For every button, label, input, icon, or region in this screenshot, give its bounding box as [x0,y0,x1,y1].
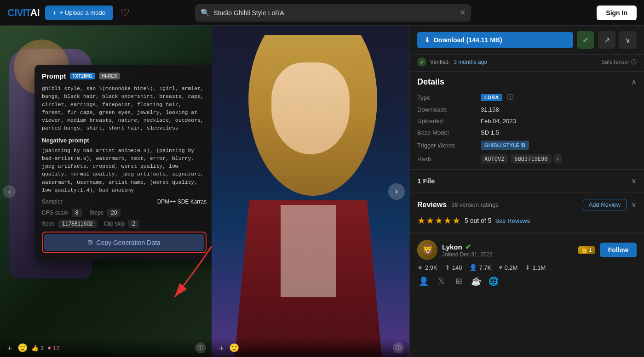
trigger-words-value: GHIBLI STYLE ⧉ [481,141,637,150]
popup-title: Prompt [42,72,66,80]
sign-in-button[interactable]: Sign In [597,6,637,20]
reviews-header: Reviews 38 version ratings Add Review ∨ [417,199,637,210]
type-label: Type [417,94,477,101]
stat-rating: ★ 2.9K [417,264,437,271]
clear-icon[interactable]: ✕ [460,8,466,17]
emoji-button-mid[interactable]: 🙂 [229,343,239,353]
add-review-button[interactable]: Add Review [583,199,627,210]
char-shirt-decor [281,205,336,297]
details-header: Details ∧ [417,77,637,87]
left-image-panel: ‹ › Prompt TXT2IMG HI-RES ghibli style, … [0,26,212,357]
add-button[interactable]: ＋ [6,342,14,353]
verified-label: Verified: [430,59,450,65]
right-image-bg [212,26,409,357]
download-button[interactable]: ⬇ Download (144.11 MB) [417,32,573,48]
copy-small-icon: ⧉ [521,142,525,148]
emoji-button[interactable]: 🙂 [17,343,28,353]
prev-image-button[interactable]: ‹ [3,185,16,198]
twitter-icon[interactable]: 𝕏 [435,275,448,288]
more-button[interactable]: ∨ [619,31,637,49]
plus-icon: ＋ [52,9,58,17]
heart-icon[interactable]: ♡ [121,7,130,19]
copy-icon: ⧉ [88,238,92,246]
users-icon: 👤 [469,264,477,271]
top-navigation: CIVITAI ＋ + Upload a model ♡ 🔍 ✕ Sign In [0,0,644,26]
clip-value: 2 [128,220,139,228]
seed-param: Seed 1178811602 [42,220,97,228]
safetensor-label: SafeTensor ⓘ [601,58,637,66]
mid-bottom-bar: ＋ 🙂 ⓘ [212,339,409,357]
stat-likes: ♥ 0.2M [499,264,518,271]
heart-icon-small: ♥ [47,345,51,351]
seed-value: 1178811602 [58,220,97,228]
download-stats-icon: ⬇ [525,264,530,271]
check-icon: ✔ [582,35,589,45]
cfg-label: CFG scale [42,210,68,216]
stars-display: ★★★★★ [417,215,461,226]
author-stats: ★ 2.9K ⬆ 140 👤 7.7K ♥ 0.2M ⬇ 1.1M [417,264,637,271]
search-input[interactable] [213,9,456,17]
clip-label: Clip skip [104,221,125,227]
details-grid: Type LORA ⓘ Downloads 31,158 Uploaded Fe… [417,93,637,164]
downloads-label: Downloads [417,106,477,113]
coffee-icon[interactable]: ☕ [470,275,483,288]
params-row: CFG scale 8 Steps 20 [42,209,207,217]
next-image-button-mid[interactable]: › [388,183,405,200]
heart-stats-icon: ♥ [499,264,502,271]
see-reviews-link[interactable]: See Reviews [495,217,530,224]
stars-row: ★★★★★ 5 out of 5 See Reviews [417,215,637,226]
cfg-value: 8 [72,209,82,217]
ghibli-style-badge[interactable]: GHIBLI STYLE ⧉ [481,141,529,150]
stat-uploads: ⬆ 140 [445,264,462,271]
hires-badge: HI-RES [99,73,120,79]
verified-link[interactable]: 3 months ago [454,59,487,65]
steps-value: 20 [107,209,121,217]
follow-button[interactable]: Follow [600,243,637,257]
like-count: 👍 2 [31,345,44,351]
sampler-label: Sampler [42,198,63,205]
chart-button[interactable]: ↗ [598,31,615,49]
clip-param: Clip skip 2 [104,220,139,228]
user-profile-icon[interactable]: 👤 [417,275,430,288]
file-chevron-icon[interactable]: ∨ [631,176,637,185]
website-icon[interactable]: 🌐 [487,275,500,288]
type-value-row: LORA ⓘ [481,93,637,102]
author-info: Lykon ✔ Joined Dec 31, 2022 [442,243,574,258]
author-row: 🦁 Lykon ✔ Joined Dec 31, 2022 👑 1 Follow [417,240,637,260]
info-button[interactable]: ⓘ [195,342,206,353]
sampler-value: DPM++ SDE Karras [157,198,207,205]
upload-button[interactable]: ＋ + Upload a model [45,6,113,20]
verified-action-button[interactable]: ✔ [577,31,594,49]
negative-prompt-label: Negative prompt [42,137,207,144]
reviews-count: 38 version ratings [451,201,499,208]
verified-row: ✔ Verified: 3 months ago SafeTensor ⓘ [410,55,644,71]
star-icon: ★ [417,264,423,271]
stat-downloads: ⬇ 1.1M [525,264,546,271]
author-joined: Joined Dec 31, 2022 [442,251,574,258]
heart-count: ♥ 12 [47,345,59,351]
steps-label: Steps [89,210,104,216]
download-icon: ⬇ [425,36,430,44]
uploaded-label: Uploaded [417,118,477,125]
reviews-chevron-icon[interactable]: ∨ [631,200,637,209]
copy-generation-data-button[interactable]: ⧉ Copy Generation Data [44,234,204,251]
crown-badge: 👑 1 [578,246,595,254]
hash-more-button[interactable]: › [554,154,562,164]
details-section: Details ∧ Type LORA ⓘ Downloads 31,158 U… [410,72,644,170]
txt2img-badge: TXT2IMG [70,73,95,79]
author-name-row: Lykon ✔ [442,243,574,251]
seed-row: Seed 1178811602 Clip skip 2 [42,220,207,228]
lora-badge: LORA [481,94,502,101]
chart-icon: ↗ [604,36,610,45]
details-chevron-icon[interactable]: ∧ [631,78,637,86]
info-button-mid[interactable]: ⓘ [393,342,404,353]
char-face-decor [271,62,350,154]
patreon-icon[interactable]: ⊞ [452,275,465,288]
file-title: 1 File [417,177,435,185]
main-content: ‹ › Prompt TXT2IMG HI-RES ghibli style, … [0,26,644,357]
add-button-mid[interactable]: ＋ [217,342,225,353]
author-avatar: 🦁 [417,240,437,260]
author-name-text: Lykon [442,243,462,251]
logo[interactable]: CIVITAI [7,7,40,19]
copy-btn-wrapper: ⧉ Copy Generation Data [42,232,207,253]
